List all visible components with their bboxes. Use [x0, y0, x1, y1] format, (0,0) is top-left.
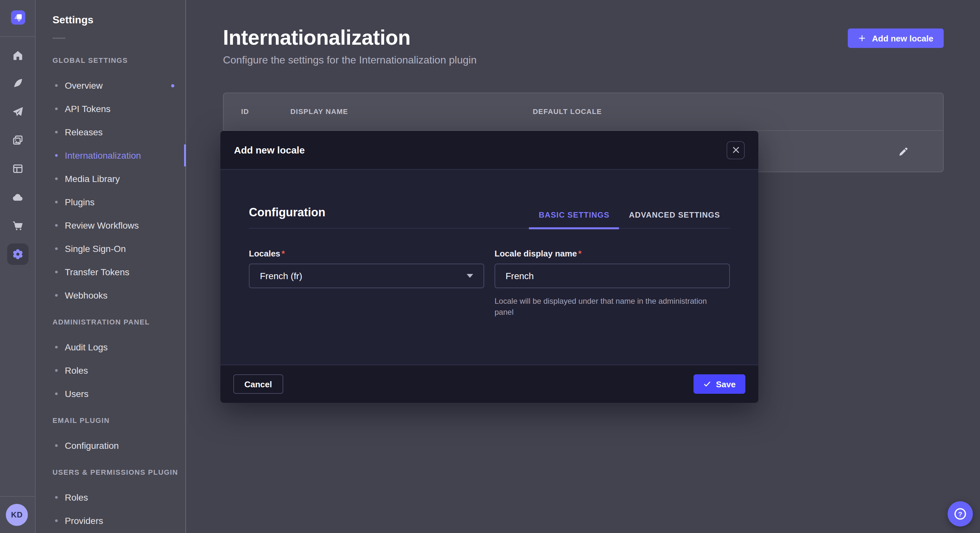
- home-icon[interactable]: [12, 50, 23, 61]
- sidebar-item-admin-users[interactable]: Users: [36, 382, 186, 405]
- sidebar-item-releases[interactable]: Releases: [36, 121, 186, 144]
- bullet-icon: [55, 178, 58, 180]
- page-subtitle: Configure the settings for the Internati…: [223, 54, 477, 66]
- required-mark: *: [578, 249, 581, 259]
- cart-icon[interactable]: [12, 220, 23, 231]
- display-name-hint: Locale will be displayed under that name…: [495, 296, 720, 318]
- close-icon: [732, 146, 740, 154]
- tab-advanced-settings[interactable]: ADVANCED SETTINGS: [619, 211, 730, 228]
- modal-title: Add new locale: [234, 144, 305, 155]
- main-nav-sidebar: KD: [0, 0, 36, 533]
- column-header-display-name: DISPLAY NAME: [290, 93, 348, 130]
- sidebar-item-api-tokens[interactable]: API Tokens: [36, 97, 186, 121]
- question-mark-icon: ?: [953, 507, 967, 521]
- section-header: USERS & PERMISSIONS PLUGIN: [52, 468, 186, 477]
- sidebar-item-label: API Tokens: [65, 104, 110, 114]
- sidebar-item-label: Review Workflows: [65, 220, 139, 230]
- bullet-icon: [55, 108, 58, 110]
- locales-selected-value: French (fr): [260, 271, 302, 281]
- locales-field: Locales* French (fr): [249, 249, 484, 318]
- bullet-icon: [55, 444, 58, 447]
- strapi-logo-icon: [11, 10, 25, 25]
- layout-icon[interactable]: [12, 163, 23, 174]
- sidebar-item-label: Overview: [65, 80, 103, 90]
- sidebar-item-admin-roles[interactable]: Roles: [36, 359, 186, 382]
- strapi-logo[interactable]: [11, 10, 25, 25]
- close-modal-button[interactable]: [727, 141, 745, 159]
- help-button[interactable]: ?: [948, 501, 973, 527]
- sidebar-item-internationalization[interactable]: Internationalization: [36, 144, 186, 167]
- gear-icon: [12, 248, 24, 260]
- modal-body: Configuration BASIC SETTINGS ADVANCED SE…: [220, 170, 758, 365]
- sidebar-divider-top: [0, 36, 36, 37]
- configuration-title: Configuration: [249, 205, 325, 220]
- bullet-icon: [55, 496, 58, 499]
- sidebar-item-transfer-tokens[interactable]: Transfer Tokens: [36, 260, 186, 284]
- sidebar-item-label: Webhooks: [65, 290, 108, 300]
- sidebar-item-label: Internationalization: [65, 150, 141, 160]
- sidebar-item-plugins[interactable]: Plugins: [36, 190, 186, 214]
- display-name-input[interactable]: [506, 264, 719, 287]
- sidebar-item-label: Roles: [65, 365, 88, 376]
- sidebar-item-single-sign-on[interactable]: Single Sign-On: [36, 237, 186, 260]
- sidebar-item-up-providers[interactable]: Providers: [36, 509, 186, 532]
- settings-nav-item-active[interactable]: [7, 244, 29, 265]
- save-button-label: Save: [716, 379, 736, 389]
- display-name-label: Locale display name*: [495, 249, 730, 259]
- chevron-down-icon: [467, 274, 473, 278]
- section-header: ADMINISTRATION PANEL: [52, 317, 186, 327]
- sidebar-item-audit-logs[interactable]: Audit Logs: [36, 335, 186, 359]
- bullet-icon: [55, 247, 58, 250]
- media-library-icon[interactable]: [12, 135, 23, 146]
- check-icon: [703, 380, 711, 388]
- sidebar-item-overview[interactable]: Overview: [36, 74, 186, 97]
- bullet-icon: [55, 294, 58, 297]
- sidebar-item-label: Roles: [65, 492, 88, 503]
- section-header: EMAIL PLUGIN: [52, 416, 186, 425]
- add-new-locale-label: Add new locale: [872, 33, 933, 43]
- column-header-default-locale: DEFAULT LOCALE: [533, 93, 602, 130]
- section-administration-panel: ADMINISTRATION PANEL Audit Logs Roles Us…: [36, 317, 186, 405]
- sidebar-item-media-library[interactable]: Media Library: [36, 167, 186, 190]
- bullet-icon: [55, 131, 58, 133]
- svg-text:?: ?: [958, 510, 963, 518]
- sidebar-item-label: Single Sign-On: [65, 244, 126, 254]
- add-locale-modal: Add new locale Configuration BASIC SETTI…: [220, 131, 758, 403]
- display-name-input-wrapper: [495, 263, 730, 288]
- configuration-section-header: Configuration BASIC SETTINGS ADVANCED SE…: [249, 170, 730, 228]
- edit-locale-button[interactable]: [898, 146, 909, 157]
- section-header: GLOBAL SETTINGS: [52, 56, 186, 65]
- settings-subnav: Settings GLOBAL SETTINGS Overview API To…: [36, 0, 186, 533]
- sidebar-item-label: Audit Logs: [65, 342, 108, 352]
- sidebar-item-label: Transfer Tokens: [65, 267, 129, 277]
- section-users-permissions-plugin: USERS & PERMISSIONS PLUGIN Roles Provide…: [36, 468, 186, 532]
- form-fields: Locales* French (fr) Locale display name…: [249, 249, 730, 318]
- sidebar-item-up-roles[interactable]: Roles: [36, 486, 186, 509]
- bullet-icon: [55, 154, 58, 157]
- bullet-icon: [55, 346, 58, 348]
- user-avatar[interactable]: KD: [6, 504, 28, 526]
- section-global-settings: GLOBAL SETTINGS Overview API Tokens Rele…: [36, 56, 186, 307]
- sidebar-item-label: Users: [65, 389, 89, 399]
- locales-label: Locales*: [249, 249, 484, 259]
- paper-plane-icon[interactable]: [12, 106, 23, 117]
- sidebar-item-label: Releases: [65, 127, 103, 137]
- bullet-icon: [55, 519, 58, 522]
- sidebar-item-label: Plugins: [65, 197, 95, 207]
- cloud-icon[interactable]: [12, 192, 23, 203]
- section-email-plugin: EMAIL PLUGIN Configuration: [36, 416, 186, 457]
- sidebar-item-review-workflows[interactable]: Review Workflows: [36, 214, 186, 237]
- modal-header: Add new locale: [220, 131, 758, 170]
- tab-basic-settings[interactable]: BASIC SETTINGS: [529, 211, 619, 228]
- cancel-button[interactable]: Cancel: [233, 374, 283, 394]
- sidebar-item-webhooks[interactable]: Webhooks: [36, 284, 186, 307]
- bullet-icon: [55, 271, 58, 273]
- sidebar-item-email-configuration[interactable]: Configuration: [36, 434, 186, 457]
- quill-icon[interactable]: [12, 78, 23, 89]
- bullet-icon: [55, 201, 58, 203]
- app-root: KD Settings GLOBAL SETTINGS Overview API…: [0, 0, 980, 533]
- add-new-locale-button[interactable]: Add new locale: [848, 29, 944, 48]
- subnav-title-divider: [52, 38, 65, 39]
- save-button[interactable]: Save: [693, 374, 745, 394]
- locales-select[interactable]: French (fr): [249, 263, 484, 288]
